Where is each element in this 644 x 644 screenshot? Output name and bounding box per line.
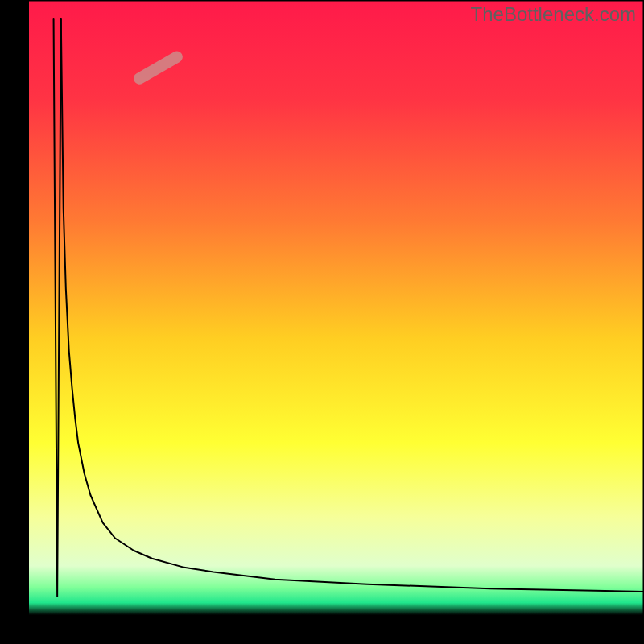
- axis-left: [0, 0, 29, 644]
- bottleneck-chart: [0, 0, 644, 644]
- axis-bottom: [0, 615, 644, 644]
- watermark-label: TheBottleneck.com: [471, 3, 636, 26]
- heat-gradient: [29, 0, 644, 615]
